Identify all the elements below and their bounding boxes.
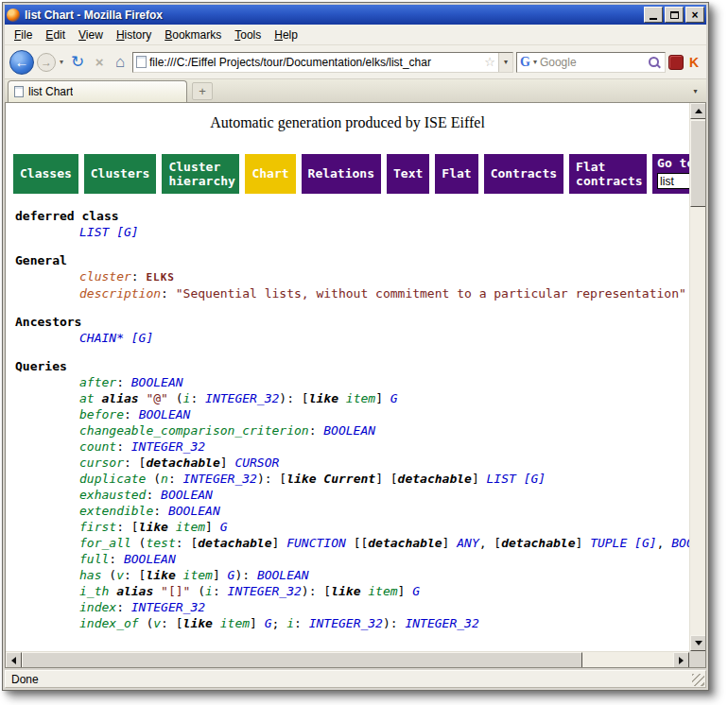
code-line: count: INTEGER_32 bbox=[15, 438, 689, 455]
vertical-scroll-thumb[interactable] bbox=[690, 120, 706, 207]
nav-classes[interactable]: Classes bbox=[13, 154, 78, 194]
reload-button[interactable]: ↻ bbox=[67, 54, 88, 70]
code-token: BOOLEAN bbox=[168, 504, 220, 518]
menu-file[interactable]: File bbox=[8, 26, 39, 44]
code-token: : bbox=[294, 616, 309, 630]
code-token: cursor bbox=[79, 456, 124, 470]
code-token: cluster bbox=[79, 269, 131, 284]
code-line: before: BOOLEAN bbox=[15, 406, 689, 422]
code-token: before bbox=[79, 407, 124, 421]
url-input[interactable] bbox=[149, 54, 481, 71]
code-token: : bbox=[116, 375, 131, 389]
code-token: ] bbox=[575, 536, 590, 550]
search-input[interactable] bbox=[540, 56, 646, 69]
scroll-down-button[interactable] bbox=[690, 635, 706, 651]
menu-history[interactable]: History bbox=[110, 26, 158, 44]
code-token bbox=[338, 391, 346, 405]
code-token: has bbox=[79, 568, 101, 582]
history-dropdown-button[interactable]: ▾ bbox=[59, 58, 64, 66]
nav-clusters[interactable]: Clusters bbox=[84, 154, 157, 194]
nav-flat[interactable]: Flat bbox=[435, 154, 477, 194]
code-token: G bbox=[390, 391, 398, 405]
tab-list-chart[interactable]: list Chart bbox=[8, 80, 187, 102]
code-token: : bbox=[309, 423, 324, 438]
code-token: test bbox=[146, 536, 175, 550]
nav-cluster-hierarchy[interactable]: Cluster hierarchy bbox=[162, 154, 239, 194]
new-tab-button[interactable]: + bbox=[192, 82, 213, 100]
scroll-right-button[interactable] bbox=[673, 652, 689, 668]
code-token: , bbox=[657, 536, 672, 550]
code-token: ANY bbox=[457, 536, 478, 550]
list-tabs-button[interactable]: ▾ bbox=[687, 82, 703, 100]
menu-view[interactable]: View bbox=[72, 26, 110, 44]
code-token bbox=[176, 568, 183, 582]
resize-grip[interactable] bbox=[692, 674, 704, 686]
code-token: ): [ bbox=[302, 584, 331, 598]
code-line: first: [like item] G bbox=[15, 519, 689, 535]
addon-icon-k[interactable]: K bbox=[686, 56, 702, 69]
minimize-button[interactable] bbox=[644, 7, 663, 23]
stop-button[interactable]: × bbox=[91, 55, 108, 69]
nav-text[interactable]: Text bbox=[387, 154, 429, 194]
code-token: ELKS bbox=[146, 271, 175, 284]
code-token: ( bbox=[131, 536, 147, 550]
code-token: : bbox=[124, 407, 139, 421]
close-icon: × bbox=[691, 9, 698, 21]
code-token: BOOLEAN bbox=[671, 536, 689, 550]
search-box: G ▾ bbox=[516, 52, 666, 73]
nav-chart[interactable]: Chart bbox=[245, 154, 295, 194]
back-button[interactable]: ← bbox=[9, 50, 34, 75]
scroll-left-button[interactable] bbox=[6, 652, 22, 668]
code-token: ( bbox=[101, 568, 116, 582]
code-token: LIST [G] bbox=[487, 472, 546, 486]
nav-flat-contracts[interactable]: Flat contracts bbox=[569, 154, 647, 194]
search-engine-dropdown[interactable]: ▾ bbox=[532, 58, 538, 66]
horizontal-scroll-thumb[interactable] bbox=[22, 652, 582, 668]
code-token: : [ bbox=[161, 616, 182, 630]
bookmark-star-icon[interactable]: ☆ bbox=[484, 56, 495, 68]
close-button[interactable]: × bbox=[685, 7, 704, 23]
code-token: [[ bbox=[346, 536, 368, 550]
code-token: description bbox=[79, 286, 161, 301]
forward-button[interactable]: → bbox=[37, 53, 56, 72]
code-token: ] bbox=[272, 536, 287, 550]
section-header: Ancestors bbox=[15, 314, 689, 330]
code-token: exhausted bbox=[79, 488, 146, 502]
nav-contracts[interactable]: Contracts bbox=[484, 154, 563, 194]
goto-box: Go to: bbox=[652, 154, 689, 194]
code-token: BOOLEAN bbox=[124, 552, 176, 566]
url-dropdown-button[interactable]: ▾ bbox=[498, 53, 512, 72]
firefox-window: list Chart - Mozilla Firefox × FileEditV… bbox=[2, 2, 709, 691]
menu-edit[interactable]: Edit bbox=[39, 26, 72, 44]
code-token: ): [ bbox=[257, 472, 286, 486]
code-line: at alias "@" (i: INTEGER_32): [like item… bbox=[15, 390, 689, 406]
code-token: ] bbox=[205, 520, 220, 534]
code-line: LIST [G] bbox=[15, 224, 689, 240]
nav-relations[interactable]: Relations bbox=[302, 154, 381, 194]
menu-help[interactable]: Help bbox=[268, 26, 304, 44]
code-line: extendible: BOOLEAN bbox=[15, 503, 689, 519]
maximize-button[interactable] bbox=[665, 7, 684, 23]
home-button[interactable]: ⌂ bbox=[111, 54, 130, 70]
code-token: ( bbox=[190, 584, 205, 598]
tab-page-icon bbox=[14, 86, 24, 97]
menu-tools[interactable]: Tools bbox=[228, 26, 268, 44]
code-token: ] bbox=[250, 616, 265, 630]
menu-bookmarks[interactable]: Bookmarks bbox=[158, 26, 228, 44]
addon-icon-red[interactable] bbox=[668, 55, 684, 70]
code-token: INTEGER_32 bbox=[131, 600, 205, 614]
titlebar[interactable]: list Chart - Mozilla Firefox × bbox=[5, 5, 706, 25]
forward-icon: → bbox=[41, 57, 52, 68]
code-token: TUPLE [G] bbox=[590, 536, 656, 550]
code-token: item bbox=[220, 616, 250, 630]
code-token: duplicate bbox=[79, 472, 146, 486]
code-line: CHAIN* [G] bbox=[15, 330, 689, 346]
code-token: CURSOR bbox=[234, 456, 279, 470]
vertical-scrollbar[interactable] bbox=[689, 103, 705, 651]
code-token: alias bbox=[101, 391, 138, 405]
goto-input[interactable] bbox=[657, 173, 689, 189]
search-icon[interactable] bbox=[648, 56, 661, 69]
goto-label: Go to: bbox=[657, 157, 689, 170]
horizontal-scrollbar[interactable] bbox=[6, 651, 689, 667]
scroll-up-button[interactable] bbox=[690, 103, 706, 119]
